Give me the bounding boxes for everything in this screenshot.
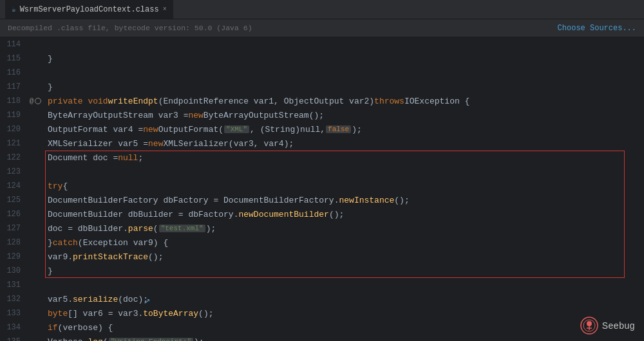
code-token: log (88, 337, 102, 342)
gutter-row: 131 (0, 278, 45, 292)
code-line: private void writeEndpt(EndpointReferenc… (48, 94, 644, 108)
code-token: ; (138, 153, 143, 163)
bookmark-icon (35, 98, 41, 104)
code-line: } (48, 51, 644, 66)
tab-close-icon[interactable]: × (163, 6, 167, 13)
gutter-row: 126 (0, 207, 45, 221)
code-token: newInstance (339, 196, 394, 205)
gutter-row: 122 (0, 151, 45, 165)
code-line: byte[] var6 = var3.toByteArray(); (48, 306, 644, 320)
code-line: Document doc = null; (48, 151, 644, 165)
line-number: 122 (0, 153, 26, 162)
code-line: doc = dbBuilder.parse("test.xml"); (48, 221, 644, 235)
code-token: (Exception var9) { (78, 238, 168, 248)
code-token: toByteArray (143, 309, 198, 318)
code-token: } (48, 54, 53, 64)
line-number: 130 (0, 266, 26, 275)
code-token: byte (48, 309, 68, 318)
code-line: var9.printStackTrace(); (48, 250, 644, 264)
seebug-label: Seebug (602, 320, 635, 331)
gutter-row: 127 (0, 221, 45, 235)
code-line: XMLSerializer var5 = new XMLSerializer(v… (48, 136, 644, 151)
line-number: 134 (0, 323, 26, 332)
code-token: private void (48, 97, 108, 106)
info-bar: Decompiled .class file, bytecode version… (0, 19, 644, 37)
code-token: newDocumentBuilder (238, 210, 328, 219)
line-number: 133 (0, 309, 26, 318)
code-token: , (String)null, (250, 125, 325, 134)
code-token: DocumentBuilderFactory dbFactory = Docum… (48, 196, 339, 205)
gutter-row: 128 (0, 235, 45, 250)
code-token: ); (194, 337, 204, 342)
line-number: 117 (0, 82, 26, 91)
code-token: (verbose) { (58, 323, 113, 333)
code-token: [] var6 = var3. (68, 309, 143, 318)
code-token: Document doc = (48, 153, 118, 163)
code-token: } (48, 238, 53, 248)
gutter: 114115116117118@119120121122123124125126… (0, 37, 45, 341)
code-token: XMLSerializer var5 = (48, 139, 148, 149)
code-content: } }private void writeEndpt(EndpointRefer… (45, 37, 644, 341)
code-line: } (48, 80, 644, 94)
code-token: (); (329, 210, 344, 219)
code-token: (); (148, 252, 163, 262)
gutter-row: 117 (0, 80, 45, 94)
code-token: printStackTrace (73, 252, 148, 262)
code-token: serialize (73, 295, 118, 304)
code-token: throws (374, 97, 404, 106)
gutter-row: 130 (0, 264, 45, 278)
code-token: parse (128, 224, 153, 234)
gutter-row: 115 (0, 51, 45, 66)
line-number: 129 (0, 252, 26, 261)
code-token: } (48, 82, 53, 92)
line-icons: @ (26, 97, 45, 105)
title-bar: ☕ WsrmServerPayloadContext.class × (0, 0, 644, 19)
gutter-row: 124 (0, 179, 45, 193)
code-token: Verbose. (48, 337, 88, 342)
gutter-row: 120 (0, 122, 45, 136)
line-number: 123 (0, 167, 26, 176)
code-area: 114115116117118@119120121122123124125126… (0, 37, 644, 341)
code-line (48, 66, 644, 80)
code-token: var9. (48, 252, 73, 262)
line-number: 135 (0, 337, 26, 341)
gutter-row: 125 (0, 193, 45, 207)
code-token: writeEndpt (108, 97, 158, 106)
gutter-row: 129 (0, 250, 45, 264)
boolean-badge: false (326, 125, 351, 133)
code-token: IOException { (404, 97, 469, 106)
code-token: ( (103, 337, 108, 342)
line-number: 132 (0, 295, 26, 304)
gutter-row: 116 (0, 66, 45, 80)
code-line: ByteArrayOutputStream var3 = new ByteArr… (48, 108, 644, 122)
gutter-row: 121 (0, 136, 45, 151)
line-number: 127 (0, 224, 26, 233)
editor-tab[interactable]: ☕ WsrmServerPayloadContext.class × (5, 0, 173, 19)
code-token: new (143, 125, 158, 134)
code-token: ByteArrayOutputStream var3 = (48, 111, 188, 120)
code-line: DocumentBuilderFactory dbFactory = Docum… (48, 193, 644, 207)
code-token: (doc); (118, 295, 148, 304)
line-number: 128 (0, 238, 26, 247)
gutter-row: 123 (0, 165, 45, 179)
code-token: ); (206, 224, 216, 234)
code-line: try { (48, 179, 644, 193)
svg-point-2 (587, 321, 592, 326)
code-token: doc = dbBuilder. (48, 224, 128, 234)
line-number: 126 (0, 210, 26, 219)
at-sign-icon: @ (30, 97, 34, 105)
code-token: (); (198, 309, 213, 318)
gutter-row: 119 (0, 108, 45, 122)
line-number: 116 (0, 68, 26, 77)
code-token: OutputFormat( (158, 125, 223, 134)
code-token: null (118, 153, 138, 163)
line-number: 114 (0, 40, 26, 49)
choose-sources-link[interactable]: Choose Sources... (558, 24, 636, 33)
seebug-icon (580, 317, 598, 335)
line-number: 120 (0, 125, 26, 134)
code-line (48, 278, 644, 292)
string-badge: "Writing Endpoint:" (109, 338, 193, 341)
string-badge: "XML" (224, 125, 249, 133)
tab-label: WsrmServerPayloadContext.class (20, 5, 159, 14)
code-token: { (62, 181, 68, 191)
